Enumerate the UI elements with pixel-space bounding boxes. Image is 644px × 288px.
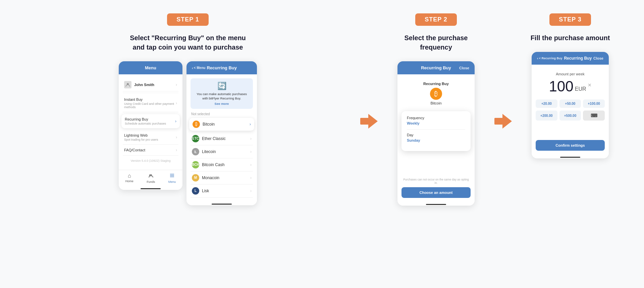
coin-ltc-left: Ł Litecoin [192,148,216,155]
header-title: Recurring Buy [205,65,238,70]
amount-back-label: < Recurring Buy [539,57,562,60]
step-1-heading: Select "Recurring Buy" on the menu and t… [124,33,252,52]
lightning-web-chevron: › [176,135,177,140]
nav-menu-label: Menu [168,180,176,184]
etc-name: Ether Classic [202,136,226,141]
step-1-col: STEP 1 Select "Recurring Buy" on the men… [20,13,356,205]
recurring-coin-name: Bitcoin [430,101,441,105]
step-2-col: STEP 2 Select the purchase frequency Rec… [382,13,490,206]
menu-item-faq[interactable]: FAQ/Contact › [123,145,178,156]
amount-body: Amount per week 100 EUR ✕ +20.00 +50.00 … [532,65,609,155]
frequency-value[interactable]: Weekly [407,121,465,125]
coin-item-bitcoin-selected[interactable]: ₿ Bitcoin › [189,118,254,131]
ltc-name: Litecoin [202,149,216,154]
version-text: Version 5.4.0 (10922) Staging [123,156,178,166]
coin-bch-left: BCH Bitcoin Cash [192,161,224,168]
preset-grid-2: +200.00 +500.00 ⌨ [536,111,605,121]
coin-item-mona[interactable]: M Monacoin › [191,171,253,185]
amount-back-arrow: ‹ [537,56,538,60]
step-3-col: STEP 3 Fill the purchase amount ‹ < Recu… [517,13,624,158]
freq-header: Recurring Buy Close [397,61,475,74]
confirm-settings-btn[interactable]: Confirm settings [536,140,605,151]
nav-menu[interactable]: Menu [168,173,176,184]
nav-funds-label: Funds [147,180,155,184]
coin-lisk-left: L Lisk [192,187,209,195]
recurring-buy-info: Recurring Buy Schedule automatic purchas… [125,117,166,125]
instant-buy-sub: Using Credit Card and other payment meth… [124,102,176,109]
recurring-coin-icon: ₿ [430,88,442,100]
home-bar-3 [426,204,446,205]
day-row: Day Sunday [407,133,465,142]
recurring-buy-sub: Schedule automatic purchases [125,122,166,125]
bch-icon: BCH [192,161,199,168]
coin-item-ltc[interactable]: Ł Litecoin › [191,145,253,158]
lightning-web-info: Lightning Web Spot trading for pro users [124,133,158,141]
phone-menu: Menu John Smith › [119,61,182,190]
etc-chevron: › [250,136,252,141]
back-label: < Menu [194,66,206,70]
user-name: John Smith [134,83,154,87]
phone-coin-list-header: ‹ < Menu Recurring Buy [186,61,257,74]
home-bar-4 [560,157,580,158]
not-selected-label: Not selected [191,112,253,116]
preset-btn-20[interactable]: +20.00 [536,99,557,108]
phone-menu-body: John Smith › Instant Buy Using Credit Ca… [119,74,182,170]
preset-btn-500[interactable]: +500.00 [559,111,581,121]
nav-funds[interactable]: Funds [147,173,155,184]
amount-close-btn[interactable]: Close [593,56,603,60]
freq-close-btn[interactable]: Close [459,66,469,70]
promo-text: You can make automatic purchases with bi… [195,92,249,101]
day-value[interactable]: Sunday [407,138,465,142]
coin-item-bch[interactable]: BCH Bitcoin Cash › [191,158,253,171]
amount-header: ‹ < Recurring Buy Recurring Buy Close [532,52,609,65]
menu-user-row[interactable]: John Smith › [123,78,178,91]
recurring-buy-label: Recurring Buy [125,117,166,121]
bitcoin-name: Bitcoin [203,122,215,127]
menu-item-lightning-web[interactable]: Lightning Web Spot trading for pro users… [123,130,178,145]
mona-icon: M [192,174,199,182]
preset-grid: +20.00 +50.00 +100.00 [536,99,605,108]
bch-chevron: › [250,162,252,167]
coin-item-lisk[interactable]: L Lisk › [191,185,253,198]
instant-buy-label: Instant Buy [124,97,176,101]
coin-item-etc[interactable]: ETC Ether Classic › [191,132,253,145]
frequency-label: Frequency [407,116,465,120]
menu-item-recurring-buy[interactable]: Recurring Buy Schedule automatic purchas… [121,114,180,128]
back-arrow: ‹ [192,66,193,70]
freq-header-row: Recurring Buy Close [403,65,469,70]
coin-etc-left: ETC Ether Classic [192,135,226,142]
menu-item-instant-buy[interactable]: Instant Buy Using Credit Card and other … [123,94,178,112]
bitcoin-icon: ₿ [193,121,200,128]
nav-home-label: Home [125,179,133,183]
freq-divider [407,129,465,130]
keyboard-btn[interactable]: ⌨ [583,111,605,121]
lisk-icon: L [192,187,199,195]
preset-btn-200[interactable]: +200.00 [536,111,557,121]
amount-number: 100 [549,78,573,95]
preset-btn-50[interactable]: +50.00 [559,99,581,108]
header-back[interactable]: ‹ < Menu [192,66,205,70]
choose-amount-btn[interactable]: Choose an amount [401,187,471,198]
instant-buy-chevron: › [176,101,177,105]
bch-name: Bitcoin Cash [202,162,224,167]
amount-clear-btn[interactable]: ✕ [588,82,592,90]
amount-header-back[interactable]: ‹ < Recurring Buy [537,56,562,60]
user-chevron: › [176,82,177,87]
amount-display: 100 EUR ✕ [536,78,605,95]
purchase-note: Purchases can not occur on the same day … [401,178,471,185]
promo-link[interactable]: See more [195,102,249,105]
amount-header-row: ‹ < Recurring Buy Recurring Buy Close [537,56,603,61]
nav-home[interactable]: ⌂ Home [125,173,133,184]
step-2-badge: STEP 2 [415,13,457,26]
coin-list-body: 🔄 You can make automatic purchases with … [186,74,257,202]
preset-btn-100[interactable]: +100.00 [583,99,605,108]
coin-mona-left: M Monacoin [192,174,219,182]
step-1-badge: STEP 1 [167,13,209,26]
page-container: STEP 1 Select "Recurring Buy" on the men… [20,13,624,206]
bottom-nav: ⌂ Home Funds Menu [119,170,182,186]
day-label: Day [407,133,465,137]
divider-1 [123,93,178,93]
mona-chevron: › [250,175,252,180]
amount-label: Amount per week [536,72,605,76]
faq-chevron: › [176,148,177,152]
